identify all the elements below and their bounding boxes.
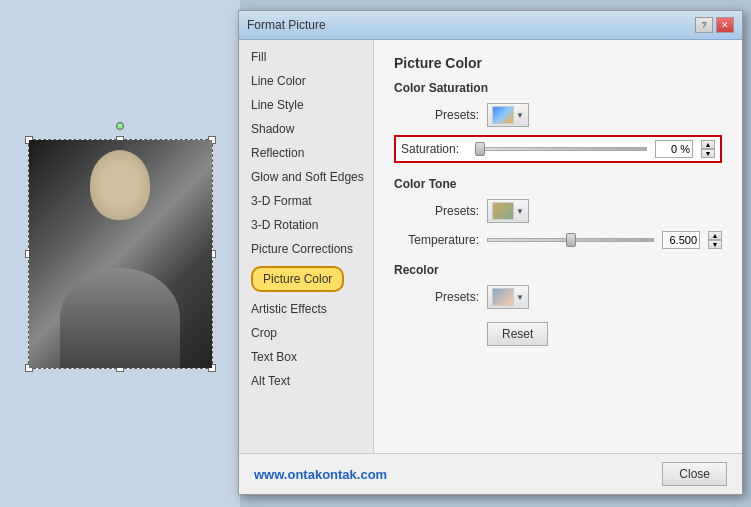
recolor-presets-row: Presets: ▼ [394, 285, 722, 309]
help-button[interactable]: ? [695, 17, 713, 33]
temperature-label: Temperature: [394, 233, 479, 247]
photo-frame [28, 139, 213, 369]
sidebar-item-fill[interactable]: Fill [239, 45, 373, 69]
temperature-slider-track[interactable] [487, 238, 654, 242]
temperature-spin-up[interactable]: ▲ [708, 231, 722, 240]
temperature-slider-thumb[interactable] [566, 233, 576, 247]
recolor-title: Recolor [394, 263, 722, 277]
saturation-presets-icon [492, 106, 514, 124]
saturation-spinner: ▲ ▼ [701, 140, 715, 158]
recolor-presets-label: Presets: [394, 290, 479, 304]
saturation-spin-down[interactable]: ▼ [701, 149, 715, 158]
sidebar: Fill Line Color Line Style Shadow Reflec… [239, 40, 374, 453]
sidebar-item-picture-color[interactable]: Picture Color [239, 261, 373, 297]
temperature-spinner: ▲ ▼ [708, 231, 722, 249]
saturation-slider-container[interactable] [479, 142, 647, 156]
tone-presets-row: Presets: ▼ [394, 199, 722, 223]
sidebar-item-line-color[interactable]: Line Color [239, 69, 373, 93]
recolor-presets-icon [492, 288, 514, 306]
reset-row: Reset [394, 317, 722, 346]
dialog-body: Fill Line Color Line Style Shadow Reflec… [239, 40, 742, 453]
tone-presets-icon [492, 202, 514, 220]
dialog-title: Format Picture [247, 18, 326, 32]
temperature-value-input[interactable] [662, 231, 700, 249]
sidebar-item-alt-text[interactable]: Alt Text [239, 369, 373, 393]
titlebar-buttons: ? ✕ [695, 17, 734, 33]
sidebar-item-shadow[interactable]: Shadow [239, 117, 373, 141]
recolor-presets-button[interactable]: ▼ [487, 285, 529, 309]
saturation-label: Saturation: [401, 142, 471, 156]
saturation-row: Saturation: ▲ ▼ [394, 135, 722, 163]
temperature-spin-down[interactable]: ▼ [708, 240, 722, 249]
dialog-footer: www.ontakontak.com Close [239, 453, 742, 494]
saturation-presets-row: Presets: ▼ [394, 103, 722, 127]
sidebar-item-artistic-effects[interactable]: Artistic Effects [239, 297, 373, 321]
tone-presets-button[interactable]: ▼ [487, 199, 529, 223]
tone-presets-arrow: ▼ [516, 207, 524, 216]
format-picture-dialog: Format Picture ? ✕ Fill Line Color Line … [238, 10, 743, 495]
sidebar-item-glow[interactable]: Glow and Soft Edges [239, 165, 373, 189]
color-tone-title: Color Tone [394, 177, 722, 191]
saturation-spin-up[interactable]: ▲ [701, 140, 715, 149]
sidebar-item-reflection[interactable]: Reflection [239, 141, 373, 165]
sidebar-item-line-style[interactable]: Line Style [239, 93, 373, 117]
active-highlight: Picture Color [251, 266, 344, 292]
sidebar-item-crop[interactable]: Crop [239, 321, 373, 345]
sidebar-item-3d-format[interactable]: 3-D Format [239, 189, 373, 213]
close-button[interactable]: Close [662, 462, 727, 486]
tone-presets-label: Presets: [394, 204, 479, 218]
temperature-row: Temperature: ▲ ▼ [394, 231, 722, 249]
temperature-slider-container[interactable] [487, 233, 654, 247]
saturation-value-input[interactable] [655, 140, 693, 158]
close-title-button[interactable]: ✕ [716, 17, 734, 33]
rotate-handle[interactable] [116, 122, 124, 130]
sidebar-item-text-box[interactable]: Text Box [239, 345, 373, 369]
saturation-slider-thumb[interactable] [475, 142, 485, 156]
section-title: Picture Color [394, 55, 722, 71]
reset-button[interactable]: Reset [487, 322, 548, 346]
saturation-slider-track[interactable] [479, 147, 647, 151]
main-content: Picture Color Color Saturation Presets: … [374, 40, 742, 453]
sidebar-item-3d-rotation[interactable]: 3-D Rotation [239, 213, 373, 237]
background-area [0, 0, 240, 507]
saturation-presets-button[interactable]: ▼ [487, 103, 529, 127]
saturation-presets-label: Presets: [394, 108, 479, 122]
photo-image [29, 140, 212, 368]
recolor-presets-arrow: ▼ [516, 293, 524, 302]
sidebar-item-picture-corrections[interactable]: Picture Corrections [239, 237, 373, 261]
dialog-titlebar: Format Picture ? ✕ [239, 11, 742, 40]
website-link[interactable]: www.ontakontak.com [254, 467, 387, 482]
color-saturation-title: Color Saturation [394, 81, 722, 95]
saturation-presets-arrow: ▼ [516, 111, 524, 120]
